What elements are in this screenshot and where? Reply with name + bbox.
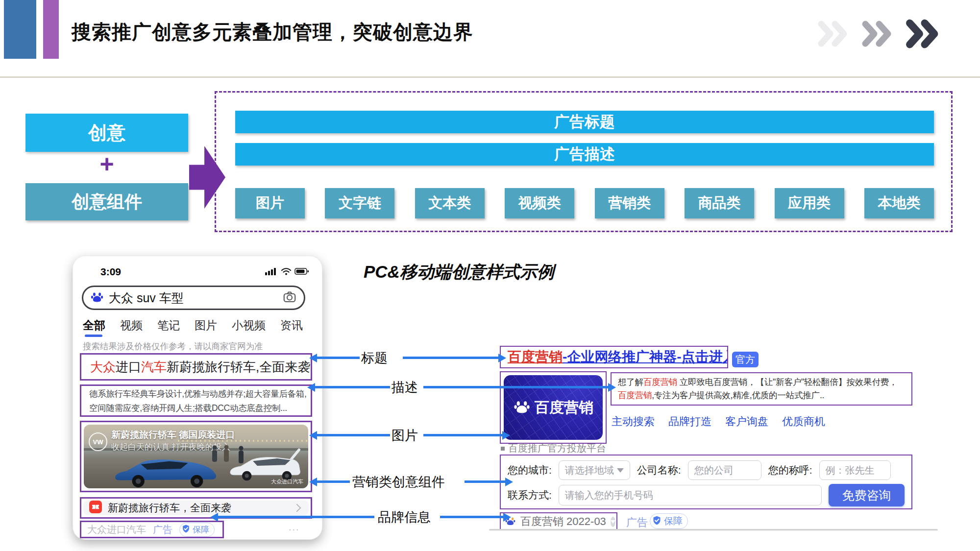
pc-sublinks: 主动搜索 品牌打造 客户询盘 优质商机 — [612, 414, 825, 429]
city-label: 您的城市: — [508, 463, 552, 477]
ad-desc-line2: 空间随需应变,容纳开阔人生;搭载DCC动态底盘控制... — [89, 401, 303, 415]
ad-description: 德系旅行车经典车身设计,优雅与动感并存;超大容量后备箱, 空间随需应变,容纳开阔… — [80, 384, 312, 417]
ad-tag: 广告 — [153, 523, 172, 536]
category-box: 应用类 — [775, 188, 844, 218]
arrow-title-left — [317, 357, 360, 359]
tab-notes[interactable]: 笔记 — [157, 318, 180, 335]
ad-title-black: 新蔚揽旅行轿车,全面来袭 — [167, 359, 310, 376]
callout-brand-label: 品牌信息 — [378, 508, 431, 526]
official-badge: 官方 — [732, 352, 759, 367]
slide: 搜索推广创意多元素叠加管理，突破创意边界 创意 + 创意组件 广告标题 广告描述… — [0, 0, 980, 551]
image-watermark: 大众进口汽车 — [271, 478, 303, 485]
caret-down-icon — [617, 468, 624, 473]
component-text: 新蔚揽旅行轿车，全面来袭 — [108, 501, 288, 515]
tab-all[interactable]: 全部 — [83, 318, 105, 335]
contact-placeholder: 请输入您的手机号码 — [565, 489, 653, 502]
platform-note: 百度推广官方投放平台 — [501, 442, 606, 455]
header-divider — [0, 76, 980, 78]
search-input[interactable]: 大众 suv 车型 — [82, 286, 305, 310]
tab-shortvideo[interactable]: 小视频 — [232, 318, 266, 335]
callout-title-label: 标题 — [361, 349, 388, 367]
ad-title-red: 汽车 — [141, 359, 167, 376]
category-box: 视频类 — [505, 188, 574, 218]
pc-ad-image-box[interactable]: 百度营销 — [500, 371, 607, 444]
platform-note-text: 百度推广官方投放平台 — [508, 442, 606, 455]
plus-sign: + — [91, 150, 122, 178]
chevrons-dark-icon — [906, 19, 942, 51]
city-placeholder: 请选择地域 — [565, 464, 614, 477]
creative-box: 创意 — [25, 114, 188, 152]
pc-desc-brand: 百度营销 — [643, 377, 677, 387]
pc-desc-text: ,专注为客户提供高效,精准,优质的一站式推广.. — [652, 390, 824, 400]
dropdown-circle-icon[interactable] — [611, 517, 615, 527]
free-consult-button[interactable]: 免费咨询 — [829, 484, 905, 506]
car-ad-image: VW 新蔚揽旅行轿车 德国原装进口 收起白天的认真 打开夜晚的投入 大众进口汽车 — [84, 425, 308, 488]
pc-brand-name: 百度营销 2022-03 — [520, 514, 606, 529]
vw-logo-icon: VW — [89, 432, 107, 451]
sublink[interactable]: 优质商机 — [782, 414, 825, 429]
mobile-serp-mockup: 3:09 大众 suv 车型 全部 视频 笔记 图片 小视频 资讯 热 搜索结果… — [73, 256, 322, 540]
tab-images[interactable]: 图片 — [195, 318, 217, 335]
price-disclaimer: 搜索结果涉及价格仅作参考，请以商家官网为准 — [83, 340, 263, 352]
contact-input[interactable]: 请输入您的手机号码 — [559, 485, 822, 505]
wifi-icon — [281, 267, 292, 278]
baidu-paw-icon — [90, 290, 104, 306]
category-box: 营销类 — [595, 188, 664, 218]
chevron-right-icon — [293, 504, 301, 512]
company-placeholder: 您的公司 — [694, 464, 734, 477]
company-input[interactable]: 您的公司 — [688, 460, 761, 480]
result-tabs: 全部 视频 笔记 图片 小视频 资讯 热 — [83, 318, 304, 335]
pc-ad-description: 想了解百度营销 立即致电百度营销，【让"新客户"轻松翻倍】按效果付费， 百度营销… — [611, 372, 912, 406]
ad-title-link[interactable]: 大众进口汽车新蔚揽旅行轿车,全面来袭 — [80, 353, 312, 381]
form-row-2: 联系方式: 请输入您的手机号码 免费咨询 — [508, 484, 905, 506]
pc-desc-text: 想了解 — [618, 377, 643, 387]
category-box: 文本类 — [415, 188, 485, 218]
sublink[interactable]: 客户询盘 — [725, 414, 768, 429]
status-icons — [265, 267, 309, 278]
pc-brand-info-box: 百度营销 2022-03 — [500, 512, 617, 531]
company-label: 公司名称: — [637, 463, 681, 477]
name-label: 您的称呼: — [768, 463, 812, 477]
logo-text: 百度营销 — [535, 398, 593, 418]
pc-ad-tag: 广告 — [626, 515, 648, 530]
ad-image-box[interactable]: VW 新蔚揽旅行轿车 德国原装进口 收起白天的认真 打开夜晚的投入 大众进口汽车 — [80, 421, 312, 492]
tab-video[interactable]: 视频 — [120, 318, 143, 335]
arrow-title-right — [403, 357, 499, 359]
ad-title-bar: 广告标题 — [235, 111, 934, 133]
pc-guarantee-badge: 保障 — [650, 513, 688, 529]
signal-icon — [265, 267, 278, 278]
sublink[interactable]: 品牌打造 — [668, 414, 711, 429]
city-select[interactable]: 请选择地域 — [559, 460, 630, 480]
tab-news[interactable]: 资讯 — [280, 318, 303, 335]
status-time: 3:09 — [100, 266, 121, 278]
shield-check-icon — [181, 524, 191, 535]
category-box: 本地类 — [864, 188, 934, 218]
name-input[interactable]: 例：张先生 — [819, 460, 891, 480]
vw-logo-text: VW — [93, 438, 103, 446]
ad-desc-line1: 德系旅行车经典车身设计,优雅与动感并存;超大容量后备箱, — [89, 387, 303, 401]
decorative-chevrons — [817, 20, 940, 50]
pc-ad-title-link[interactable]: 百度营销-企业网络推广神器-点击进入 — [500, 346, 728, 368]
arrow-desc-left — [315, 386, 390, 388]
component-category-row: 图片 文字链 文本类 视频类 营销类 商品类 应用类 本地类 — [235, 188, 934, 218]
pc-title-brand: 百度营销 — [508, 348, 563, 366]
active-tab-underline — [85, 335, 102, 337]
name-placeholder: 例：张先生 — [826, 464, 875, 477]
pc-desc-brand: 百度营销 — [618, 390, 652, 400]
blue-car — [106, 450, 228, 488]
sublink[interactable]: 主动搜索 — [612, 414, 655, 429]
battery-icon — [294, 267, 309, 277]
brand-info-box: 大众进口汽车 广告 保障 — [80, 521, 224, 538]
ticket-icon — [89, 501, 102, 515]
ad-desc-bar: 广告描述 — [235, 143, 934, 166]
marketing-component-row[interactable]: 新蔚揽旅行轿车，全面来袭 — [83, 501, 309, 515]
more-options[interactable]: ... — [289, 522, 300, 533]
camera-icon[interactable] — [282, 289, 297, 306]
baidu-marketing-logo: 百度营销 — [504, 375, 603, 440]
chevrons-light-icon — [817, 20, 851, 49]
chevrons-medium-icon — [861, 20, 895, 49]
category-box: 商品类 — [685, 188, 754, 218]
shield-check-icon — [652, 515, 662, 527]
pc-card-bottom-edge — [489, 529, 938, 531]
baidu-paw-white-icon — [513, 398, 531, 417]
